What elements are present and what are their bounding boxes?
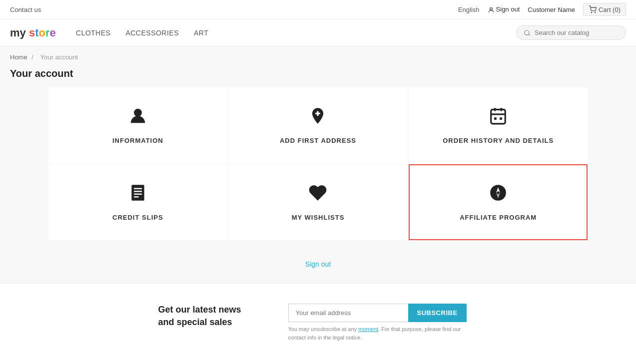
nav-item-accessories[interactable]: ACCESSORIES [125,29,179,37]
card-label-add-first-address: ADD FIRST ADDRESS [280,137,356,144]
account-card-my-wishlists[interactable]: MY WISHLISTS [228,164,408,240]
logo[interactable]: my store [10,26,56,39]
newsletter-note: You may unsubscribe at any moment. For t… [288,325,478,342]
cart-icon [589,5,597,13]
card-label-order-history: ORDER HISTORY AND DETAILS [443,137,554,144]
account-card-add-first-address[interactable]: ADD FIRST ADDRESS [228,87,408,163]
breadcrumb-home[interactable]: Home [10,53,27,61]
newsletter-heading: Get our latest news and special sales [158,304,258,329]
compass-icon [489,183,508,207]
svg-rect-18 [134,196,139,197]
card-label-information: INFORMATION [112,137,163,144]
receipt-icon [128,183,147,207]
account-card-information[interactable]: INFORMATION [48,87,228,163]
account-card-affiliate-program[interactable]: AFFILIATE PROGRAM [409,164,588,240]
svg-rect-16 [134,191,142,192]
calendar-icon [489,106,508,130]
svg-rect-15 [134,188,142,189]
cart-button[interactable]: Cart (0) [583,3,626,16]
heart-icon [308,183,327,207]
newsletter-note-link[interactable]: moment [358,326,378,332]
card-label-affiliate-program: AFFILIATE PROGRAM [460,214,537,221]
svg-point-5 [134,109,142,117]
svg-rect-17 [134,194,142,195]
breadcrumb-separator: / [31,53,33,61]
card-label-credit-slips: CREDIT SLIPS [112,214,163,221]
svg-point-2 [595,12,596,12]
svg-point-1 [591,12,592,12]
sign-out-section: Sign out [0,255,636,283]
newsletter-email-input[interactable] [288,304,408,322]
svg-rect-12 [494,117,497,120]
page-title: Your account [10,66,626,87]
header: my store CLOTHESACCESSORIESART [0,19,636,46]
svg-point-0 [490,7,492,10]
card-label-my-wishlists: MY WISHLISTS [292,214,345,221]
svg-line-4 [529,34,530,35]
contact-us-link[interactable]: Contact us [10,6,41,13]
person-icon [128,106,147,130]
customer-name: Customer Name [528,6,575,13]
search-icon [524,29,531,36]
svg-rect-8 [491,109,506,124]
nav-item-clothes[interactable]: CLOTHES [76,29,111,37]
search-bar [516,25,626,40]
subscribe-button[interactable]: SUBSCRIBE [408,304,467,322]
nav-menu: CLOTHESACCESSORIESART [76,29,516,37]
nav-item-art[interactable]: ART [194,29,208,37]
svg-point-19 [490,185,506,201]
sign-out-link[interactable]: Sign out [305,260,331,268]
location-add-icon [308,106,327,130]
newsletter-form: SUBSCRIBE You may unsubscribe at any mom… [288,304,478,342]
top-bar: Contact us English Sign out Customer Nam… [0,0,636,19]
search-input[interactable] [535,29,619,36]
language-selector[interactable]: English [458,6,480,13]
svg-rect-14 [131,185,144,201]
breadcrumb: Home / Your account [10,53,626,61]
account-grid: INFORMATIONADD FIRST ADDRESSORDER HISTOR… [48,87,588,240]
footer-newsletter: Get our latest news and special sales SU… [0,283,636,362]
breadcrumb-current: Your account [40,53,78,61]
breadcrumb-area: Home / Your account Your account [0,46,636,87]
account-card-credit-slips[interactable]: CREDIT SLIPS [48,164,228,240]
account-grid-area: INFORMATIONADD FIRST ADDRESSORDER HISTOR… [0,87,636,255]
person-icon [488,6,495,13]
svg-point-3 [525,30,529,34]
svg-rect-13 [500,117,502,120]
newsletter-input-row: SUBSCRIBE [288,304,478,322]
account-card-order-history[interactable]: ORDER HISTORY AND DETAILS [409,87,588,163]
sign-out-top-link[interactable]: Sign out [488,5,520,13]
